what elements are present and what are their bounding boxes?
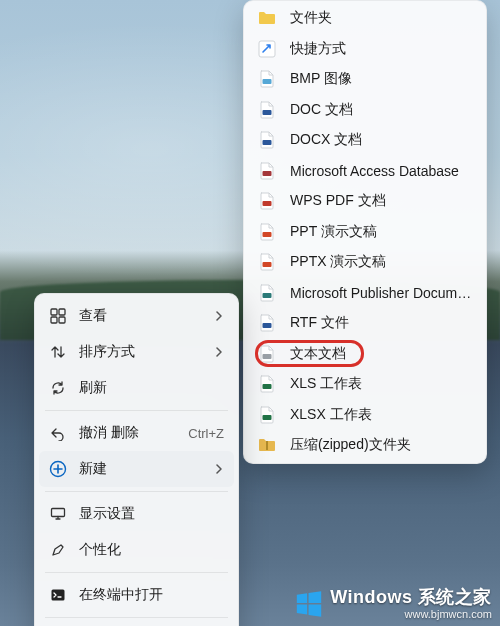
svg-rect-19 xyxy=(52,509,65,517)
svg-rect-9 xyxy=(263,323,272,328)
zip-icon xyxy=(258,436,276,454)
ctx-item-view[interactable]: 查看 xyxy=(35,298,238,334)
xls-icon xyxy=(258,375,276,393)
submenu-item-label: XLS 工作表 xyxy=(290,375,472,393)
new-submenu-item[interactable]: DOC 文档 xyxy=(244,95,486,126)
svg-rect-17 xyxy=(59,317,65,323)
personalize-icon xyxy=(49,541,67,559)
ctx-label: 撤消 删除 xyxy=(79,424,188,442)
svg-rect-16 xyxy=(51,317,57,323)
separator xyxy=(45,617,228,618)
svg-rect-4 xyxy=(263,171,272,176)
view-icon xyxy=(49,307,67,325)
svg-rect-3 xyxy=(263,140,272,145)
submenu-item-label: WPS PDF 文档 xyxy=(290,192,472,210)
ctx-label: 显示设置 xyxy=(79,505,224,523)
rtf-icon xyxy=(258,314,276,332)
svg-rect-1 xyxy=(263,79,272,84)
submenu-item-label: PPTX 演示文稿 xyxy=(290,253,472,271)
svg-rect-20 xyxy=(52,590,65,601)
ctx-item-sort[interactable]: 排序方式 xyxy=(35,334,238,370)
ctx-label: 刷新 xyxy=(79,379,224,397)
watermark-title: Windows 系统之家 xyxy=(330,588,492,608)
submenu-item-label: PPT 演示文稿 xyxy=(290,223,472,241)
undo-icon xyxy=(49,424,67,442)
ctx-label: 在终端中打开 xyxy=(79,586,224,604)
ctx-item-terminal[interactable]: 在终端中打开 xyxy=(35,577,238,613)
svg-rect-10 xyxy=(263,354,272,359)
docx-icon xyxy=(258,131,276,149)
new-submenu-item[interactable]: 压缩(zipped)文件夹 xyxy=(244,430,486,461)
submenu-item-label: RTF 文件 xyxy=(290,314,472,332)
svg-rect-11 xyxy=(263,384,272,389)
ctx-label: 个性化 xyxy=(79,541,224,559)
watermark: Windows 系统之家 www.bjmwcn.com xyxy=(294,588,492,620)
svg-rect-7 xyxy=(263,262,272,267)
refresh-icon xyxy=(49,379,67,397)
ctx-item-display[interactable]: 显示设置 xyxy=(35,496,238,532)
new-submenu-item[interactable]: PPTX 演示文稿 xyxy=(244,247,486,278)
svg-rect-5 xyxy=(263,201,272,206)
submenu-item-label: Microsoft Publisher Document xyxy=(290,285,472,301)
svg-rect-15 xyxy=(59,309,65,315)
svg-rect-14 xyxy=(51,309,57,315)
new-submenu-item[interactable]: 文本文档 xyxy=(244,339,486,370)
new-submenu-item[interactable]: RTF 文件 xyxy=(244,308,486,339)
new-submenu-item[interactable]: BMP 图像 xyxy=(244,64,486,95)
bmp-icon xyxy=(258,70,276,88)
new-submenu-item[interactable]: 快捷方式 xyxy=(244,34,486,65)
new-submenu-item[interactable]: DOCX 文档 xyxy=(244,125,486,156)
submenu-item-label: 压缩(zipped)文件夹 xyxy=(290,436,472,454)
display-icon xyxy=(49,505,67,523)
submenu-item-label: 文本文档 xyxy=(290,345,472,363)
new-submenu-item[interactable]: PPT 演示文稿 xyxy=(244,217,486,248)
separator xyxy=(45,572,228,573)
new-icon xyxy=(49,460,67,478)
new-submenu-item[interactable]: XLSX 工作表 xyxy=(244,400,486,431)
watermark-url: www.bjmwcn.com xyxy=(330,608,492,620)
ctx-item-more[interactable]: 显示更多选项 xyxy=(35,622,238,626)
new-submenu-item[interactable]: 文件夹 xyxy=(244,3,486,34)
new-submenu-item[interactable]: Microsoft Access Database xyxy=(244,156,486,187)
ctx-label: 查看 xyxy=(79,307,214,325)
sort-icon xyxy=(49,343,67,361)
ctx-item-refresh[interactable]: 刷新 xyxy=(35,370,238,406)
new-submenu-item[interactable]: XLS 工作表 xyxy=(244,369,486,400)
chevron-right-icon xyxy=(214,347,224,357)
svg-rect-8 xyxy=(263,293,272,298)
svg-rect-2 xyxy=(263,110,272,115)
ctx-item-personalize[interactable]: 个性化 xyxy=(35,532,238,568)
svg-rect-12 xyxy=(263,415,272,420)
ctx-item-undo[interactable]: 撤消 删除 Ctrl+Z xyxy=(35,415,238,451)
ctx-label: 新建 xyxy=(79,460,214,478)
folder-icon xyxy=(258,9,276,27)
new-submenu-item[interactable]: Microsoft Publisher Document xyxy=(244,278,486,309)
separator xyxy=(45,410,228,411)
submenu-item-label: 快捷方式 xyxy=(290,40,472,58)
submenu-item-label: XLSX 工作表 xyxy=(290,406,472,424)
svg-rect-6 xyxy=(263,232,272,237)
terminal-icon xyxy=(49,586,67,604)
shortcut-icon xyxy=(258,40,276,58)
pptx-icon xyxy=(258,253,276,271)
pdf-icon xyxy=(258,192,276,210)
pub-icon xyxy=(258,284,276,302)
submenu-item-label: Microsoft Access Database xyxy=(290,163,472,179)
ctx-item-new[interactable]: 新建 xyxy=(39,451,234,487)
desktop-context-menu: 查看 排序方式 刷新 撤消 删除 Ctrl+Z 新建 xyxy=(34,293,239,626)
svg-rect-13 xyxy=(266,441,268,450)
submenu-item-label: DOC 文档 xyxy=(290,101,472,119)
txt-icon xyxy=(258,345,276,363)
chevron-right-icon xyxy=(214,464,224,474)
windows-logo-icon xyxy=(294,589,324,619)
new-submenu: 文件夹快捷方式BMP 图像DOC 文档DOCX 文档Microsoft Acce… xyxy=(243,0,487,464)
xlsx-icon xyxy=(258,406,276,424)
doc-icon xyxy=(258,101,276,119)
chevron-right-icon xyxy=(214,311,224,321)
separator xyxy=(45,491,228,492)
submenu-item-label: DOCX 文档 xyxy=(290,131,472,149)
shortcut-label: Ctrl+Z xyxy=(188,426,224,441)
new-submenu-item[interactable]: WPS PDF 文档 xyxy=(244,186,486,217)
ctx-label: 排序方式 xyxy=(79,343,214,361)
submenu-item-label: BMP 图像 xyxy=(290,70,472,88)
